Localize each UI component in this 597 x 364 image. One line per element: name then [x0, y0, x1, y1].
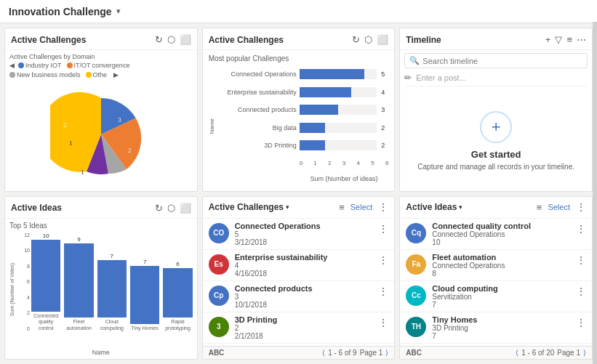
- challenges-next-page[interactable]: ⟩: [385, 349, 388, 357]
- challenges-item-title-0[interactable]: Connected Operations: [235, 222, 373, 230]
- ideas-item-content-0: Connected quality control Connected Oper…: [432, 222, 570, 246]
- challenges-avatar-2: Cp: [209, 286, 229, 306]
- legend-arrow-left[interactable]: ◀: [9, 62, 15, 69]
- hbar-label-3: Big data: [217, 124, 297, 132]
- ideas-next-page[interactable]: ⟩: [583, 349, 586, 357]
- vbar-refresh-icon[interactable]: ↻: [155, 203, 163, 213]
- challenges-avatar-3: 3: [209, 317, 229, 337]
- challenges-item-dots-2[interactable]: ⋮: [378, 286, 388, 297]
- challenges-item-dots-0[interactable]: ⋮: [378, 223, 388, 235]
- vbar-col-label-1: Fleet automation: [64, 319, 93, 331]
- pie-expand-icon[interactable]: ⬜: [180, 35, 191, 44]
- vbar-export-icon[interactable]: ⬡: [167, 203, 175, 213]
- challenges-item-title-1[interactable]: Enterprise sustainability: [235, 253, 373, 262]
- hbar-label-1: Enterprise sustainability: [217, 89, 297, 96]
- bar-refresh-icon[interactable]: ↻: [352, 35, 360, 44]
- ideas-avatar-3: TH: [406, 317, 426, 337]
- hbar-row-0: Connected Operations 5: [217, 69, 389, 79]
- ideas-list-actions: ≡ Select ⋮: [537, 201, 586, 213]
- ideas-item-dots-1[interactable]: ⋮: [576, 254, 586, 266]
- challenges-item-content-1: Enterprise sustainability 4 4/16/2018: [235, 253, 373, 278]
- timeline-sort-icon[interactable]: ≡: [566, 34, 572, 45]
- ideas-list-title-row: Active Ideas ▾: [406, 202, 462, 212]
- ideas-item-title-0[interactable]: Connected quality control: [432, 222, 570, 230]
- ideas-item-dots-3[interactable]: ⋮: [576, 317, 586, 328]
- hbar-val-0: 5: [381, 70, 388, 78]
- pie-chart: 3 2 1 1 2: [9, 81, 193, 188]
- ideas-item-title-3[interactable]: Tiny Homes: [432, 315, 570, 324]
- ideas-list-select-btn[interactable]: Select: [548, 203, 570, 211]
- bar-export-icon[interactable]: ⬡: [364, 35, 372, 44]
- timeline-more-icon[interactable]: ⋯: [577, 34, 586, 45]
- card-active-challenges-pie: Active Challenges ↻ ⬡ ⬜ Active Challenge…: [4, 28, 198, 192]
- hbar-fill-0: [300, 69, 364, 79]
- card-challenges-list: Active Challenges ▾ ≡ Select ⋮ CO Connec…: [202, 196, 396, 360]
- timeline-search-input[interactable]: [422, 57, 582, 65]
- x-axis-label: Sum (Number of ideas): [217, 175, 389, 182]
- challenges-prev-page[interactable]: ⟨: [322, 349, 325, 357]
- legend-arrow-right[interactable]: ▶: [113, 71, 119, 78]
- challenges-list-select-btn[interactable]: Select: [350, 203, 373, 211]
- challenges-item-dots-3[interactable]: ⋮: [378, 317, 388, 328]
- get-started-title: Get started: [471, 149, 521, 160]
- ideas-footer-range: 1 - 6 of 20: [521, 349, 554, 357]
- ideas-list-footer: ABC ⟨ 1 - 6 of 20 Page 1 ⟩: [400, 346, 592, 359]
- vbar-card-actions: ↻ ⬡ ⬜: [155, 203, 191, 213]
- challenges-item-content-0: Connected Operations 5 3/12/2018: [235, 222, 373, 246]
- ideas-item-dots-2[interactable]: ⋮: [576, 286, 586, 297]
- ideas-list-body: Cq Connected quality control Connected O…: [400, 219, 592, 347]
- challenges-list-sort-icon[interactable]: ≡: [339, 202, 345, 213]
- pie-card-body: Active Challenges by Domain ◀ Industry I…: [5, 50, 197, 191]
- timeline-filter-icon[interactable]: ▽: [555, 34, 562, 45]
- legend-dot-3: [86, 72, 92, 78]
- timeline-post-area: ✏ Enter a post...: [404, 73, 588, 86]
- legend-label-2: New business models: [17, 71, 81, 78]
- ytick-0: 0: [20, 326, 30, 331]
- vbar-col-label-3: Tiny Homes: [132, 325, 159, 331]
- get-started-circle: +: [480, 111, 512, 143]
- ideas-list-menu-icon[interactable]: ⋮: [576, 201, 586, 213]
- hbar-track-4: [300, 140, 377, 150]
- ideas-footer-page: Page 1: [557, 349, 580, 357]
- hbar-val-4: 2: [381, 142, 388, 149]
- timeline-search-box[interactable]: 🔍: [404, 53, 588, 68]
- pie-export-icon[interactable]: ⬡: [167, 35, 175, 44]
- hbar-val-3: 2: [381, 124, 388, 132]
- timeline-add-icon[interactable]: +: [545, 34, 551, 45]
- ideas-item-dots-0[interactable]: ⋮: [576, 223, 586, 235]
- challenges-list-actions: ≡ Select ⋮: [339, 201, 388, 213]
- ideas-item-title-1[interactable]: Fleet automation: [432, 253, 570, 262]
- vbar-val-2: 7: [111, 253, 113, 259]
- pie-card-title: Active Challenges: [11, 35, 86, 45]
- ideas-list-chevron[interactable]: ▾: [459, 203, 462, 211]
- vbar-expand-icon[interactable]: ⬜: [180, 203, 191, 213]
- challenges-item-sub-1: 4: [235, 262, 373, 270]
- ideas-footer-abc: ABC: [406, 349, 422, 357]
- ideas-item-content-3: Tiny Homes 3D Printing 7: [432, 315, 570, 340]
- hbar-fill-4: [300, 140, 326, 150]
- challenges-list-chevron[interactable]: ▾: [286, 203, 289, 211]
- hbar-track-3: [300, 123, 377, 133]
- ideas-item-sub-1: Connected Operations: [432, 262, 570, 270]
- challenges-item-date-3: 2/1/2018: [235, 332, 373, 340]
- ideas-item-title-2[interactable]: Cloud computing: [432, 284, 570, 293]
- challenges-list-menu-icon[interactable]: ⋮: [378, 201, 388, 213]
- legend-item-3: Othe: [86, 71, 108, 78]
- challenges-item-dots-1[interactable]: ⋮: [378, 254, 388, 266]
- x-tick-5: 5: [371, 160, 374, 166]
- ideas-prev-page[interactable]: ⟨: [516, 349, 518, 357]
- bar-expand-icon[interactable]: ⬜: [377, 35, 388, 44]
- ideas-item-sub-2: Servitization: [432, 293, 570, 301]
- pie-refresh-icon[interactable]: ↻: [155, 35, 163, 44]
- ideas-list-sort-icon[interactable]: ≡: [537, 202, 542, 213]
- challenges-footer-page: Page 1: [360, 349, 383, 357]
- challenges-item-title-3[interactable]: 3D Printing: [235, 315, 373, 324]
- hbar-val-1: 4: [381, 89, 388, 96]
- card-active-ideas-bar: Active Ideas ↻ ⬡ ⬜ Top 5 Ideas Sum (Numb…: [4, 196, 198, 360]
- vbar-col-label-4: Rapid prototyping: [163, 319, 192, 331]
- challenges-item-title-2[interactable]: Connected products: [235, 284, 373, 293]
- hbar-label-2: Connected products: [217, 106, 297, 113]
- y-axis-label: Name: [209, 118, 215, 134]
- app-header: Innovation Challenge ▾: [0, 0, 597, 23]
- header-chevron-icon[interactable]: ▾: [116, 7, 121, 16]
